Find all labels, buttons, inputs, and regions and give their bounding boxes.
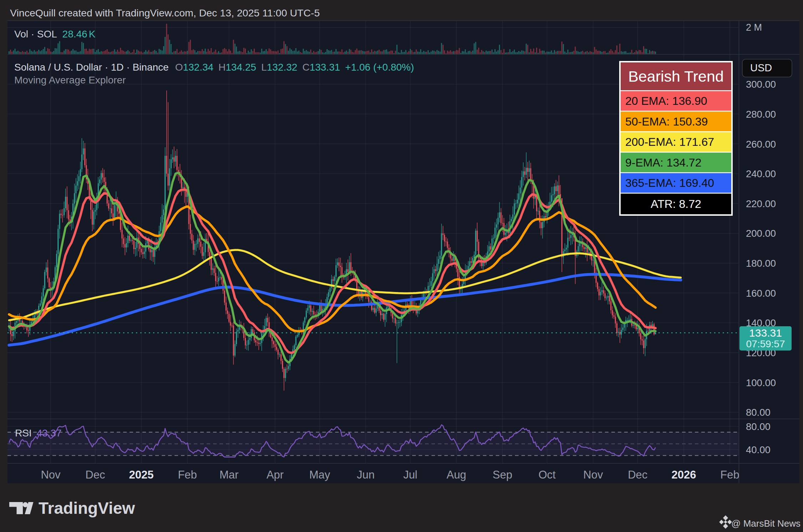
svg-text:Nov: Nov bbox=[583, 469, 603, 481]
svg-text:260.00: 260.00 bbox=[746, 139, 776, 150]
svg-text:80.00: 80.00 bbox=[746, 407, 771, 418]
svg-text:40.00: 40.00 bbox=[746, 444, 771, 455]
svg-text:Oct: Oct bbox=[539, 469, 556, 481]
svg-text:TradingView: TradingView bbox=[39, 499, 135, 517]
svg-text:Feb: Feb bbox=[178, 469, 197, 481]
svg-text:2026: 2026 bbox=[671, 469, 696, 481]
svg-text:Mar: Mar bbox=[219, 469, 238, 481]
svg-text:133.31: 133.31 bbox=[749, 327, 782, 339]
svg-text:@ MarsBit News: @ MarsBit News bbox=[731, 518, 801, 529]
svg-text:Sep: Sep bbox=[493, 469, 512, 481]
svg-text:RSI 43.37: RSI 43.37 bbox=[15, 428, 62, 439]
svg-text:Dec: Dec bbox=[85, 469, 105, 481]
svg-text:VinceQuill created with Tradin: VinceQuill created with TradingView.com,… bbox=[10, 7, 320, 19]
svg-text:220.00: 220.00 bbox=[746, 198, 776, 209]
svg-text:Vol · SOL 28.46K: Vol · SOL 28.46K bbox=[14, 29, 96, 40]
svg-text:USD: USD bbox=[750, 62, 772, 73]
svg-text:9-EMA: 134.72: 9-EMA: 134.72 bbox=[625, 156, 701, 169]
svg-text:100.00: 100.00 bbox=[746, 377, 776, 388]
svg-text:365-EMA: 169.40: 365-EMA: 169.40 bbox=[625, 177, 714, 189]
svg-text:Aug: Aug bbox=[446, 469, 466, 481]
svg-text:May: May bbox=[309, 469, 330, 481]
svg-text:240.00: 240.00 bbox=[746, 168, 776, 179]
svg-text:Dec: Dec bbox=[628, 469, 647, 481]
svg-text:Apr: Apr bbox=[267, 469, 284, 481]
svg-text:280.00: 280.00 bbox=[746, 109, 776, 120]
svg-text:ATR: 8.72: ATR: 8.72 bbox=[651, 198, 701, 210]
svg-text:50-EMA: 150.39: 50-EMA: 150.39 bbox=[625, 115, 708, 128]
svg-text:Bearish Trend: Bearish Trend bbox=[628, 68, 724, 85]
svg-text:200.00: 200.00 bbox=[746, 228, 776, 239]
svg-text:Feb: Feb bbox=[720, 469, 739, 481]
svg-text:2025: 2025 bbox=[129, 469, 154, 481]
svg-text:20 EMA: 136.90: 20 EMA: 136.90 bbox=[625, 94, 707, 107]
svg-text:Jul: Jul bbox=[403, 469, 418, 481]
svg-text:Moving Average Explorer: Moving Average Explorer bbox=[14, 75, 126, 86]
svg-text:Nov: Nov bbox=[41, 469, 61, 481]
svg-text:07:59:57: 07:59:57 bbox=[746, 338, 785, 349]
svg-text:300.00: 300.00 bbox=[746, 79, 776, 90]
svg-text:160.00: 160.00 bbox=[746, 288, 776, 299]
svg-text:2 M: 2 M bbox=[746, 22, 762, 33]
svg-text:80.00: 80.00 bbox=[746, 421, 771, 432]
svg-text:180.00: 180.00 bbox=[746, 258, 776, 269]
svg-text:Jun: Jun bbox=[357, 469, 375, 481]
svg-text:200-EMA: 171.67: 200-EMA: 171.67 bbox=[625, 135, 714, 148]
